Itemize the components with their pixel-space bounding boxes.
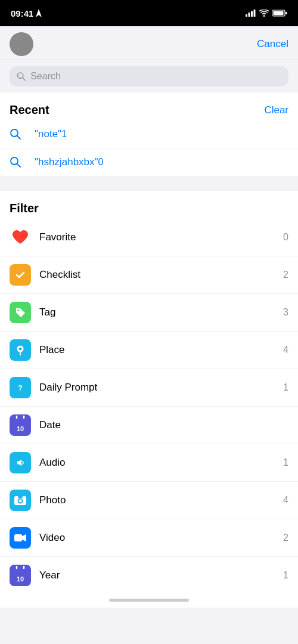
filter-video-count: 2 [283,532,288,543]
svg-text:10: 10 [17,575,24,583]
filter-checklist-count: 2 [283,270,288,280]
filter-item-year[interactable]: 10 Year 1 [0,557,298,594]
battery-icon [272,10,287,17]
search-icon [17,72,26,81]
filter-favorite-label: Favorite [39,231,283,243]
filter-item-audio[interactable]: Audio 1 [0,444,298,482]
filter-item-date[interactable]: 10 Date [0,407,298,444]
filter-year-count: 1 [283,570,288,581]
filter-daily-prompt-label: Daily Prompt [39,382,283,394]
recent-count-2: 0 [98,157,104,168]
cancel-button[interactable]: Cancel [257,38,288,50]
svg-marker-33 [22,534,26,541]
signal-icon [246,10,256,17]
status-icons [246,10,287,17]
filter-place-label: Place [39,344,283,356]
svg-rect-6 [274,11,284,16]
svg-rect-22 [12,422,29,424]
filter-photo-count: 4 [283,495,288,506]
content: Recent Clear "note" 1 "hshzjahbxbx" 0 Fi… [0,92,298,594]
filter-item-favorite[interactable]: Favorite 0 [0,219,298,256]
filter-favorite-count: 0 [283,232,288,243]
svg-point-17 [19,348,22,351]
checklist-icon [10,264,31,286]
filter-tag-label: Tag [39,306,283,318]
filter-date-label: Date [39,419,288,431]
section-gap [0,177,298,191]
recent-search-icon-1 [10,128,26,140]
photo-icon [10,490,31,511]
svg-rect-1 [246,14,247,17]
search-input[interactable] [30,71,281,82]
svg-rect-3 [251,11,253,17]
search-container [0,60,298,92]
svg-rect-32 [14,534,22,541]
svg-point-12 [11,157,18,165]
filter-place-count: 4 [283,345,288,355]
filter-item-photo[interactable]: Photo 4 [0,482,298,519]
filter-tag-count: 3 [283,307,288,318]
recent-query-2: "hshzjahbxbx" [35,156,98,168]
svg-point-30 [19,500,22,503]
avatar [10,32,33,56]
svg-line-13 [17,164,20,167]
filter-item-video[interactable]: Video 2 [0,519,298,557]
svg-rect-2 [249,13,250,17]
heart-icon [10,227,31,248]
svg-rect-31 [18,496,23,498]
svg-marker-0 [36,9,42,17]
filter-video-label: Video [39,532,283,544]
filter-item-tag[interactable]: Tag 3 [0,294,298,332]
recent-item-1[interactable]: "note" 1 [0,120,298,148]
svg-rect-4 [254,10,256,17]
home-indicator [0,594,298,608]
video-icon [10,527,31,549]
status-time: 09:41 [11,8,42,18]
wifi-icon [259,10,269,17]
place-icon [10,339,31,361]
filter-item-daily-prompt[interactable]: ? Daily Prompt 1 [0,369,298,407]
recent-section-header: Recent Clear [0,92,298,120]
tag-icon [10,302,31,323]
recent-title: Recent [10,103,49,117]
filter-photo-label: Photo [39,494,283,506]
time-label: 09:41 [11,8,33,18]
recent-query-1: "note" [35,128,61,140]
header: Cancel [0,26,298,60]
svg-rect-7 [285,12,287,14]
svg-point-10 [11,129,18,137]
daily-prompt-icon: ? [10,377,31,398]
filter-audio-label: Audio [39,457,283,469]
filter-year-label: Year [39,569,283,581]
filter-title: Filter [10,202,39,215]
filter-section-header: Filter [0,191,298,219]
svg-text:10: 10 [17,425,24,432]
svg-text:?: ? [18,383,23,392]
filter-audio-count: 1 [283,457,288,468]
filter-checklist-label: Checklist [39,269,283,281]
svg-line-11 [17,136,20,139]
date-icon: 10 [10,414,31,436]
clear-button[interactable]: Clear [264,104,288,116]
search-bar[interactable] [10,66,288,86]
recent-search-icon-2 [10,156,26,168]
filter-item-place[interactable]: Place 4 [0,332,298,369]
filter-item-checklist[interactable]: Checklist 2 [0,256,298,294]
recent-count-1: 1 [61,129,67,140]
audio-icon [10,452,31,473]
status-bar: 09:41 [0,0,298,26]
recent-item-2[interactable]: "hshzjahbxbx" 0 [0,148,298,177]
filter-daily-prompt-count: 1 [283,382,288,393]
home-bar [109,599,189,602]
year-icon: 10 [10,565,31,586]
location-arrow-icon [36,9,42,17]
svg-line-9 [23,78,25,80]
svg-point-15 [17,309,19,311]
